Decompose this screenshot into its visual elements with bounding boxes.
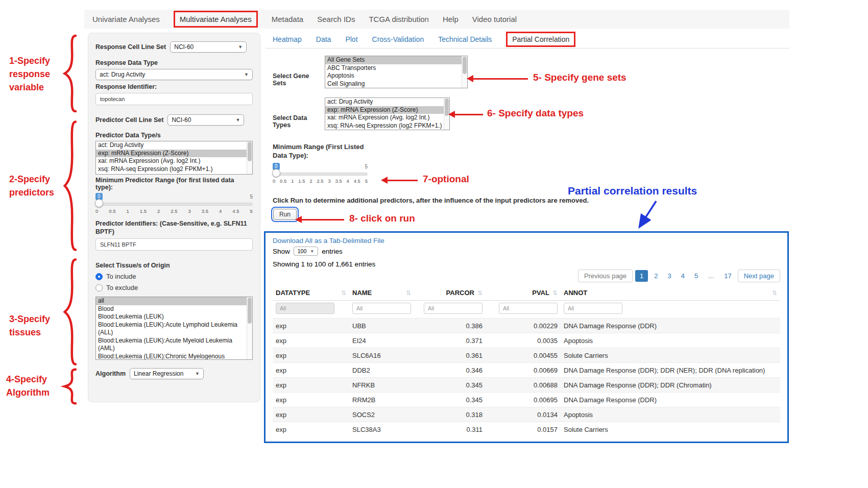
tab-plot[interactable]: Plot	[345, 35, 357, 43]
nav-item-metadata[interactable]: Metadata	[272, 15, 304, 23]
cell-parcor: 0.345	[414, 378, 486, 393]
cell-name: RRM2B	[349, 393, 414, 407]
column-header-name[interactable]: NAME⇅	[349, 285, 414, 301]
filter-input-annot[interactable]	[564, 303, 622, 314]
radio-selected-icon	[95, 273, 103, 280]
min-predictor-range-slider: 0 5 0 0.5 1 1.5 2 2.5 3 3.5 4 4.5 5	[95, 193, 253, 216]
listbox-option[interactable]: act: Drug Activity	[96, 141, 247, 150]
filter-input-name[interactable]	[352, 303, 411, 314]
listbox-option[interactable]: Apoptosis	[325, 72, 462, 80]
scrollbar[interactable]	[462, 56, 467, 88]
slider-track[interactable]	[273, 173, 368, 176]
sort-icon[interactable]: ⇅	[772, 289, 777, 297]
tick-label: 5	[250, 208, 253, 214]
column-header-datatype[interactable]: DATATYPE⇅	[273, 285, 349, 301]
tab-heatmap[interactable]: Heatmap	[273, 35, 302, 43]
run-button[interactable]: Run	[273, 209, 297, 220]
cell-parcor: 0.346	[414, 363, 486, 378]
predictor-cell-line-set-select[interactable]: NCI-60 ▼	[167, 114, 244, 126]
table-row[interactable]: exp SLC38A3 0.311 0.0157 Solute Carriers	[273, 422, 780, 437]
tab-partial-correlation[interactable]: Partial Correlation	[506, 32, 575, 47]
annotation-step4: 4-Specify Algorithm	[6, 373, 50, 399]
filter-input-parcor[interactable]	[424, 303, 483, 314]
radio-to-exclude[interactable]: To exclude	[95, 284, 253, 291]
filter-input-pval[interactable]	[499, 303, 558, 314]
table-row[interactable]: exp RRM2B 0.345 0.00695 DNA Damage Respo…	[273, 393, 780, 407]
previous-page-button[interactable]: Previous page	[578, 270, 633, 282]
table-row[interactable]: exp DDB2 0.346 0.00669 DNA Damage Respon…	[273, 363, 780, 378]
sort-icon[interactable]: ⇅	[406, 289, 411, 297]
nav-item-video-tutorial[interactable]: Video tutorial	[472, 15, 517, 23]
predictor-identifiers-input[interactable]	[95, 238, 253, 251]
listbox-option-selected[interactable]: exp: mRNA Expression (Z-Score)	[96, 150, 247, 158]
tab-technical-details[interactable]: Technical Details	[438, 35, 492, 43]
listbox-option-selected[interactable]: exp: mRNA Expression (Z-Score)	[325, 106, 444, 114]
nav-item-search-ids[interactable]: Search IDs	[317, 15, 355, 23]
slider-ticks: 0 0.5 1 1.5 2 2.5 3 3.5 4 4.5 5	[95, 208, 253, 214]
column-label: ANNOT	[564, 289, 587, 297]
page-button[interactable]: 5	[691, 270, 702, 282]
listbox-option[interactable]: Blood:Leukemia (LEUK):Chronic Myelogenou…	[96, 353, 247, 360]
listbox-option[interactable]: Blood:Leukemia (LEUK):Acute Lymphoid Leu…	[96, 321, 247, 337]
column-header-annot[interactable]: ANNOT⇅	[561, 285, 780, 301]
download-link[interactable]: Download All as a Tab-Delimited File	[273, 237, 780, 245]
listbox-option[interactable]: ABC Transporters	[325, 64, 462, 72]
listbox-option[interactable]: Blood	[96, 305, 247, 313]
page-button[interactable]: 2	[650, 270, 661, 282]
nav-item-help[interactable]: Help	[443, 15, 459, 23]
cell-pval: 0.00695	[486, 393, 561, 407]
tick-label: 4.5	[354, 178, 360, 184]
listbox-option[interactable]: Blood:Leukemia (LEUK)	[96, 313, 247, 321]
table-row[interactable]: exp SLC6A16 0.361 0.00455 Solute Carrier…	[273, 348, 780, 363]
slider-track[interactable]	[95, 203, 253, 206]
page-button-current[interactable]: 1	[635, 270, 648, 282]
nav-item-tcga-distribution[interactable]: TCGA distribution	[369, 15, 429, 23]
sort-icon[interactable]: ⇅	[477, 289, 483, 297]
listbox-option[interactable]: xsq: RNA-seq Expression (log2 FPKM+1.)	[325, 122, 444, 130]
page-button[interactable]: 17	[720, 270, 735, 282]
column-header-parcor[interactable]: PARCOR⇅	[414, 285, 486, 301]
cell-parcor: 0.318	[414, 407, 486, 422]
response-data-type-select[interactable]: act: Drug Activity ▼	[95, 69, 253, 80]
column-header-pval[interactable]: PVAL⇅	[486, 285, 561, 301]
column-label: PVAL	[532, 289, 549, 297]
tab-cross-validation[interactable]: Cross-Validation	[372, 35, 424, 43]
radio-to-include[interactable]: To include	[95, 273, 253, 280]
sort-icon[interactable]: ⇅	[341, 289, 346, 297]
algorithm-select[interactable]: Linear Regression ▼	[130, 368, 204, 379]
listbox-option[interactable]: act: Drug Activity	[325, 98, 444, 106]
filter-input-datatype[interactable]	[276, 303, 334, 314]
response-identifier-input[interactable]	[95, 93, 253, 105]
sort-icon[interactable]: ⇅	[552, 289, 558, 297]
listbox-option[interactable]: xai: mRNA Expression (Avg. log2 Int.)	[96, 157, 247, 165]
tick-label: 4.5	[232, 208, 239, 214]
entries-count-select[interactable]: 100 ▼	[294, 247, 318, 256]
chevron-down-icon: ▼	[195, 371, 200, 376]
next-page-button[interactable]: Next page	[738, 270, 780, 282]
entries-label: entries	[322, 248, 343, 255]
listbox-option-selected[interactable]: All Gene Sets	[325, 56, 462, 64]
table-row[interactable]: exp UBB 0.386 0.00229 DNA Damage Respons…	[273, 319, 780, 333]
listbox-option-selected[interactable]: all	[96, 297, 247, 305]
table-row[interactable]: exp SOCS2 0.318 0.0134 Apoptosis	[273, 407, 780, 422]
listbox-option[interactable]: xsq: RNA-seq Expression (log2 FPKM+1.)	[96, 165, 247, 174]
listbox-option[interactable]: Cell Signaling	[325, 80, 462, 88]
nav-item-multivariate-analyses[interactable]: Multivariate Analyses	[174, 11, 258, 28]
filter-row	[273, 301, 780, 319]
response-cell-line-set-label: Response Cell Line Set	[95, 43, 166, 51]
scrollbar[interactable]	[247, 297, 252, 359]
listbox-option[interactable]: xai: mRNA Expression (Avg. log2 Int.)	[325, 114, 444, 122]
slider-handle[interactable]	[95, 199, 103, 207]
cell-pval: 0.00229	[486, 319, 561, 333]
table-row[interactable]: exp NFRKB 0.345 0.00688 DNA Damage Respo…	[273, 378, 780, 393]
listbox-option[interactable]: Blood:Leukemia (LEUK):Acute Myeloid Leuk…	[96, 337, 247, 353]
cell-parcor: 0.311	[414, 422, 486, 437]
scrollbar[interactable]	[247, 141, 252, 174]
page-button[interactable]: 4	[678, 270, 688, 282]
slider-handle[interactable]	[272, 169, 280, 177]
table-row[interactable]: exp EI24 0.371 0.0035 Apoptosis	[273, 333, 780, 348]
nav-item-univariate-analyses[interactable]: Univariate Analyses	[92, 15, 160, 23]
page-button[interactable]: 3	[664, 270, 675, 282]
tab-data[interactable]: Data	[316, 35, 331, 43]
response-cell-line-set-select[interactable]: NCI-60 ▼	[170, 41, 247, 53]
